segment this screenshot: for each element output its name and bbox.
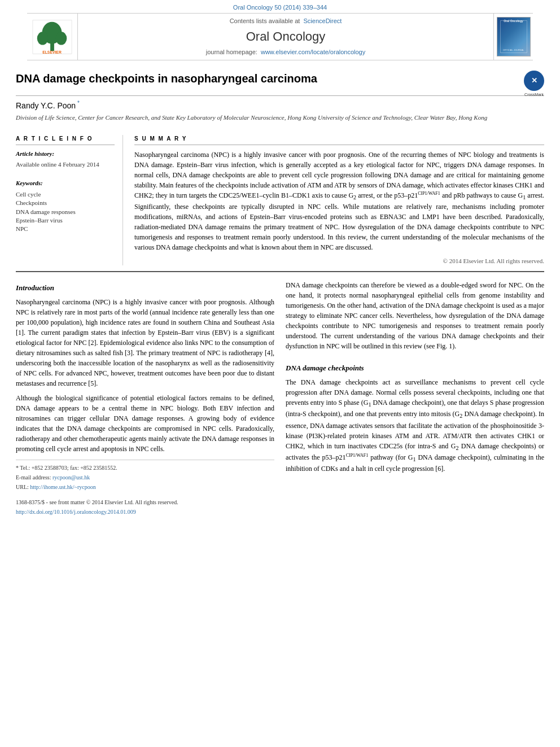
author-asterisk: * [76,100,80,106]
keyword-3: DNA damage responses [16,208,115,216]
journal-homepage: journal homepage: www.elsevier.com/locat… [206,48,366,56]
right-intro-para-1: DNA damage checkpoints can therefore be … [286,280,544,351]
footnote-email: E-mail address: rycpoon@ust.hk [16,473,274,482]
citation-bar: Oral Oncology 50 (2014) 339–344 [0,0,560,13]
author-name: Randy Y.C. Poon * [16,96,544,112]
affiliation: Division of Life Science, Center for Can… [16,112,544,126]
crossmark-label: CrossMark [524,92,544,98]
svg-text:ELSEVIER: ELSEVIER [42,50,62,54]
issn-text: 1368-8375/$ - see front matter © 2014 El… [16,498,274,506]
intro-para-1: Nasopharyngeal carcinoma (NPC) is a high… [16,297,274,388]
keyword-5: NPC [16,225,115,233]
introduction-title: Introduction [16,282,274,294]
keyword-2: Checkpoints [16,199,115,207]
email-link[interactable]: rycpoon@ust.hk [53,474,90,480]
article-info-heading: A R T I C L E I N F O [16,135,115,145]
svg-point-4 [56,32,67,45]
journal-header-center: Contents lists available at ScienceDirec… [78,14,493,60]
dna-damage-para-1: The DNA damage checkpoints act as survei… [286,377,544,474]
article-history-label: Article history: [16,150,115,158]
citation-text: Oral Oncology 50 (2014) 339–344 [233,4,327,11]
body-section: Introduction Nasopharyngeal carcinoma (N… [16,272,544,517]
sciencedirect-link[interactable]: ScienceDirect [304,18,342,24]
summary-text: Nasopharyngeal carcinoma (NPC) is a high… [134,150,544,252]
article-title: DNA damage checkpoints in nasopharyngeal… [16,71,518,86]
article-title-section: DNA damage checkpoints in nasopharyngeal… [16,60,544,96]
dna-damage-section-title: DNA damage checkpoints [286,362,544,374]
svg-point-3 [37,32,48,45]
intro-para-2: Although the biological significance of … [16,393,274,454]
elsevier-logo: ELSEVIER [27,14,78,60]
keyword-1: Cell cycle [16,190,115,199]
keywords-label: Keywords: [16,179,115,187]
keyword-4: Epstein–Barr virus [16,216,115,225]
journal-title: Oral Oncology [246,28,326,46]
cover-thumbnail: Oral Oncology OFFICIAL JOURNAL [497,17,531,56]
journal-cover: Oral Oncology OFFICIAL JOURNAL [493,14,533,60]
url-link[interactable]: http://ihome.ust.hk/~rycpoon [30,484,96,490]
then-text: then [475,432,487,440]
summary-column: S U M M A R Y Nasopharyngeal carcinoma (… [134,135,544,266]
available-online: Available online 4 February 2014 [16,160,115,169]
body-right-column: DNA damage checkpoints can therefore be … [286,280,544,517]
doi-link[interactable]: http://dx.doi.org/10.1016/j.oraloncology… [16,509,136,515]
homepage-url[interactable]: www.elsevier.com/locate/oraloncology [261,49,365,55]
journal-header: ELSEVIER Contents lists available at Sci… [27,13,533,60]
crossmark-icon: ✕ [524,71,544,91]
crossmark-badge[interactable]: ✕ CrossMark [524,71,544,91]
contents-list-text: Contents lists available at [230,18,300,24]
body-left-column: Introduction Nasopharyngeal carcinoma (N… [16,280,274,517]
article-info-column: A R T I C L E I N F O Article history: A… [16,135,123,266]
footnote-section: * Tel.: +852 23588703; fax: +852 2358155… [16,460,274,516]
copyright-line: © 2014 Elsevier Ltd. All rights reserved… [134,257,544,265]
footnote-tel: * Tel.: +852 23588703; fax: +852 2358155… [16,464,274,472]
summary-heading: S U M M A R Y [134,135,544,145]
article-info-summary-section: A R T I C L E I N F O Article history: A… [16,127,544,273]
footnote-url: URL: http://ihome.ust.hk/~rycpoon [16,483,274,491]
doi-text: http://dx.doi.org/10.1016/j.oraloncology… [16,508,274,516]
